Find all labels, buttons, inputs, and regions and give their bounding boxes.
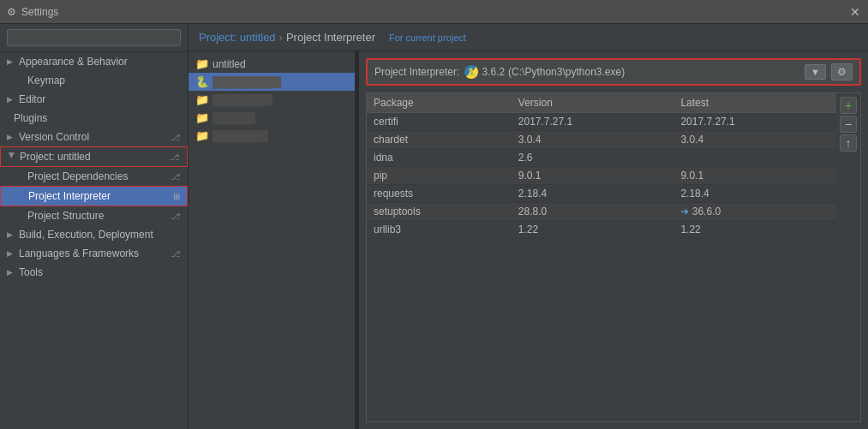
sidebar-item-project-interpreter[interactable]: Project Interpreter ⊞ xyxy=(0,186,188,206)
repo-icon: ⎇ xyxy=(171,212,181,221)
package-name: certifi xyxy=(367,113,512,131)
file-item-label: ███████ xyxy=(213,94,272,106)
interpreter-pane: Project Interpreter: 🐍 3.6.2 (C:\Python3… xyxy=(359,51,868,429)
sidebar-item-plugins[interactable]: Plugins xyxy=(0,109,188,128)
file-item-label: ██████ xyxy=(213,130,268,142)
arrow-icon: ▶ xyxy=(7,268,15,277)
sidebar-item-tools[interactable]: ▶ Tools xyxy=(0,263,188,282)
interpreter-dropdown-button[interactable]: ▼ xyxy=(805,64,826,80)
folder-icon: 📁 xyxy=(195,129,209,142)
upgrade-package-button[interactable]: ↑ xyxy=(840,134,857,152)
split-pane: 📁 untitled 🐍 ████████ 📁 ███████ 📁 █████ … xyxy=(189,51,868,429)
file-item-unknown[interactable]: 📁 ███████ xyxy=(189,91,355,109)
folder-icon: 📁 xyxy=(195,57,209,70)
breadcrumb-project[interactable]: Project: untitled xyxy=(199,31,276,44)
table-row[interactable]: urllib31.221.22 xyxy=(367,221,836,239)
table-row[interactable]: requests2.18.42.18.4 xyxy=(367,185,836,203)
sidebar-item-project-untitled[interactable]: ▶ Project: untitled ⎇ xyxy=(0,146,188,167)
package-latest xyxy=(673,149,836,167)
arrow-icon: ▶ xyxy=(7,230,15,239)
package-version: 2017.7.27.1 xyxy=(512,113,674,131)
package-name: chardet xyxy=(367,131,512,149)
sidebar-item-label: Editor xyxy=(19,93,45,105)
package-latest: 2.18.4 xyxy=(673,185,836,203)
sidebar-item-label: Appearance & Behavior xyxy=(19,56,128,68)
col-latest: Latest xyxy=(673,93,836,113)
vcs-icon: ⎇ xyxy=(171,133,181,142)
col-version: Version xyxy=(512,93,674,113)
file-item-cybervenv[interactable]: 🐍 ████████ xyxy=(189,73,355,91)
breadcrumb-note[interactable]: For current project xyxy=(389,33,466,43)
package-latest: 3.0.4 xyxy=(673,131,836,149)
col-package: Package xyxy=(367,93,512,113)
package-latest: ➜ 36.6.0 xyxy=(673,203,836,221)
package-version: 2.6 xyxy=(512,149,674,167)
search-input[interactable] xyxy=(7,29,181,46)
repo-icon: ⎇ xyxy=(170,152,180,162)
table-row[interactable]: chardet3.0.43.0.4 xyxy=(367,131,836,149)
sidebar-item-label: Tools xyxy=(19,266,43,278)
interpreter-version: 3.6.2 xyxy=(482,66,505,78)
table-row[interactable]: setuptools28.8.0➜ 36.6.0 xyxy=(367,203,836,221)
search-box xyxy=(0,24,188,52)
repo-icon: ⎇ xyxy=(171,172,181,182)
table-row[interactable]: pip9.0.19.0.1 xyxy=(367,167,836,185)
sidebar-item-project-structure[interactable]: Project Structure ⎇ xyxy=(0,206,188,225)
package-version: 3.0.4 xyxy=(512,131,674,149)
sidebar-item-label: Languages & Frameworks xyxy=(19,247,139,259)
package-latest: 1.22 xyxy=(673,221,836,239)
package-version: 28.8.0 xyxy=(512,203,674,221)
package-name: setuptools xyxy=(367,203,512,221)
arrow-icon: ▶ xyxy=(7,249,15,258)
interpreter-gear-button[interactable]: ⚙ xyxy=(831,63,853,80)
package-name: idna xyxy=(367,149,512,167)
file-item-item3[interactable]: 📁 █████ xyxy=(189,109,355,127)
python-icon: 🐍 xyxy=(464,65,478,79)
package-version: 9.0.1 xyxy=(512,167,674,185)
table-scroll: Package Version Latest certifi2017.7.27.… xyxy=(367,93,836,421)
sidebar-item-keymap[interactable]: Keymap xyxy=(0,71,188,90)
table-row[interactable]: idna2.6 xyxy=(367,149,836,167)
arrow-icon: ▶ xyxy=(7,57,15,66)
package-latest: 9.0.1 xyxy=(673,167,836,185)
add-package-button[interactable]: + xyxy=(840,97,857,114)
sidebar-item-label: Project Interpreter xyxy=(28,190,111,202)
remove-package-button[interactable]: − xyxy=(840,116,857,133)
sidebar-item-appearance[interactable]: ▶ Appearance & Behavior xyxy=(0,52,188,71)
sidebar-item-label: Project Structure xyxy=(27,210,104,222)
package-version: 2.18.4 xyxy=(512,185,674,203)
sidebar-item-languages-frameworks[interactable]: ▶ Languages & Frameworks ⎇ xyxy=(0,244,188,263)
packages-table: Package Version Latest certifi2017.7.27.… xyxy=(367,93,836,239)
sidebar-item-project-dependencies[interactable]: Project Dependencies ⎇ xyxy=(0,167,188,186)
table-actions: + − ↑ xyxy=(836,93,860,421)
breadcrumb-separator: › xyxy=(279,31,283,44)
close-button[interactable]: ✕ xyxy=(849,6,861,18)
sidebar-item-build-execution[interactable]: ▶ Build, Execution, Deployment xyxy=(0,225,188,244)
file-item-untitled[interactable]: 📁 untitled xyxy=(189,55,355,73)
folder-icon: 📁 xyxy=(195,93,209,106)
sidebar-item-label: Version Control xyxy=(19,131,89,143)
file-item-learn-python[interactable]: 📁 ██████ xyxy=(189,127,355,145)
arrow-icon: ▶ xyxy=(7,95,15,104)
sidebar-item-label: Project Dependencies xyxy=(27,170,128,182)
interpreter-path: (C:\Python3\python3.exe) xyxy=(508,66,625,78)
package-name: requests xyxy=(367,185,512,203)
settings-icon: ⚙ xyxy=(7,6,16,18)
breadcrumb-current: Project Interpreter xyxy=(286,31,375,44)
table-row[interactable]: certifi2017.7.27.12017.7.27.1 xyxy=(367,113,836,131)
python-env-icon: 🐍 xyxy=(195,75,209,88)
file-item-label: █████ xyxy=(213,112,255,124)
file-item-label: ████████ xyxy=(213,76,281,88)
package-latest: 2017.7.27.1 xyxy=(673,113,836,131)
sidebar-item-editor[interactable]: ▶ Editor xyxy=(0,90,188,109)
interpreter-header: Project Interpreter: 🐍 3.6.2 (C:\Python3… xyxy=(366,58,861,86)
sidebar-item-label: Build, Execution, Deployment xyxy=(19,229,153,241)
content-area: Project: untitled › Project Interpreter … xyxy=(189,24,868,429)
arrow-icon: ▶ xyxy=(7,133,15,141)
file-item-label: untitled xyxy=(213,58,246,70)
sidebar: ▶ Appearance & Behavior Keymap ▶ Editor … xyxy=(0,24,189,429)
sidebar-item-label: Project: untitled xyxy=(20,151,91,163)
sidebar-item-version-control[interactable]: ▶ Version Control ⎇ xyxy=(0,128,188,146)
folder-icon: 📁 xyxy=(195,111,209,124)
file-tree: 📁 untitled 🐍 ████████ 📁 ███████ 📁 █████ … xyxy=(189,51,356,429)
